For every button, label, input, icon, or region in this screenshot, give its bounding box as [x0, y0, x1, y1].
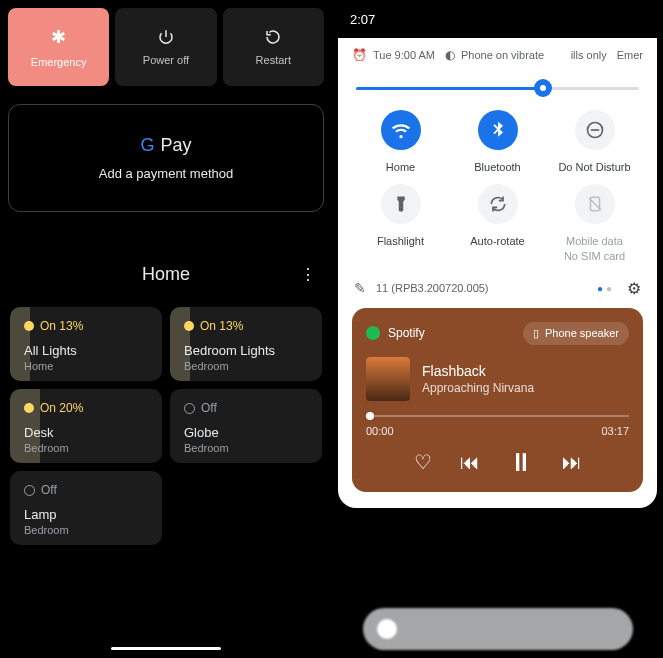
device-grid: On 13% All Lights Home On 13% Bedroom Li… — [8, 307, 324, 545]
progress-track — [366, 415, 629, 417]
edit-icon[interactable]: ✎ — [354, 280, 366, 296]
pause-button[interactable]: ⏸ — [508, 447, 534, 478]
restart-icon — [264, 28, 282, 46]
qs-footer: ✎ 11 (RPB3.200720.005) ●● ⚙ — [352, 279, 643, 298]
device-room: Home — [24, 360, 148, 372]
device-tile[interactable]: Off Lamp Bedroom — [10, 471, 162, 545]
qs-header: ⏰ Tue 9:00 AM ◐ Phone on vibrate ills on… — [352, 48, 643, 62]
status-time: 2:07 — [350, 12, 375, 27]
alarm-icon: ⏰ — [352, 48, 367, 62]
rotate-icon — [478, 184, 518, 224]
device-name: Globe — [184, 425, 308, 440]
track-title: Flashback — [422, 363, 534, 379]
media-app[interactable]: Spotify — [366, 326, 425, 340]
qs-tile-label: Home — [386, 160, 415, 174]
device-tile[interactable]: Off Globe Bedroom — [170, 389, 322, 463]
track-artist: Approaching Nirvana — [422, 381, 534, 395]
emergency-button[interactable]: ✱ Emergency — [8, 8, 109, 86]
qs-tile-label: Mobile dataNo SIM card — [564, 234, 625, 263]
nosim-icon — [575, 184, 615, 224]
dnd-icon — [575, 110, 615, 150]
device-tile[interactable]: On 13% Bedroom Lights Bedroom — [170, 307, 322, 381]
bulb-icon — [24, 485, 35, 496]
build-text: 11 (RPB3.200720.005) — [376, 282, 597, 294]
gpay-logo: G Pay — [140, 135, 191, 156]
device-room: Bedroom — [184, 360, 308, 372]
device-name: All Lights — [24, 343, 148, 358]
device-room: Bedroom — [24, 524, 148, 536]
prev-button[interactable]: ⏮ — [460, 451, 480, 474]
nav-handle[interactable] — [111, 647, 221, 650]
duration-time: 03:17 — [601, 425, 629, 437]
bulb-icon — [24, 321, 34, 331]
emergency-label: Emergency — [31, 56, 87, 68]
signal-text: ills only — [571, 49, 607, 61]
qs-tile[interactable]: Bluetooth — [449, 110, 546, 174]
qs-tile[interactable]: Home — [352, 110, 449, 174]
media-output-chip[interactable]: ▯ Phone speaker — [523, 322, 629, 345]
bulb-icon — [24, 403, 34, 413]
bulb-icon — [184, 321, 194, 331]
qs-shade: ⏰ Tue 9:00 AM ◐ Phone on vibrate ills on… — [338, 38, 657, 508]
media-app-name: Spotify — [388, 326, 425, 340]
qs-tile[interactable]: Mobile dataNo SIM card — [546, 184, 643, 263]
home-background — [338, 578, 657, 658]
page-dots[interactable]: ●● — [597, 283, 615, 294]
ringer-mode-text: Phone on vibrate — [461, 49, 544, 61]
media-card: Spotify ▯ Phone speaker Flashback Approa… — [352, 308, 643, 492]
media-output-text: Phone speaker — [545, 327, 619, 339]
qs-tiles-grid: Home Bluetooth Do Not Disturb Flashlight… — [352, 110, 643, 263]
gpay-cta: Add a payment method — [99, 166, 233, 181]
flashlight-icon — [381, 184, 421, 224]
spotify-icon — [366, 326, 380, 340]
qs-tile[interactable]: Do Not Disturb — [546, 110, 643, 174]
device-name: Lamp — [24, 507, 148, 522]
next-button[interactable]: ⏭ — [562, 451, 582, 474]
restart-button[interactable]: Restart — [223, 8, 324, 86]
qs-tile-label: Bluetooth — [474, 160, 520, 174]
qs-tile-label: Auto-rotate — [470, 234, 524, 248]
qs-tile[interactable]: Auto-rotate — [449, 184, 546, 263]
quick-settings-panel: 2:07 ⏰ Tue 9:00 AM ◐ Phone on vibrate il… — [332, 0, 663, 658]
device-name: Bedroom Lights — [184, 343, 308, 358]
brightness-thumb[interactable] — [534, 79, 552, 97]
power-off-label: Power off — [143, 54, 189, 66]
gpay-brand-text: Pay — [160, 135, 191, 156]
bulb-icon — [184, 403, 195, 414]
device-room: Bedroom — [184, 442, 308, 454]
emergency-icon: ✱ — [51, 26, 66, 48]
device-status: Off — [201, 401, 217, 415]
vibrate-icon: ◐ — [445, 48, 455, 62]
device-tile[interactable]: On 13% All Lights Home — [10, 307, 162, 381]
status-bar: 2:07 — [338, 0, 657, 38]
device-tile[interactable]: On 20% Desk Bedroom — [10, 389, 162, 463]
home-header: Home ⋮ — [8, 264, 324, 285]
carrier-text: Emer — [617, 49, 643, 61]
device-name: Desk — [24, 425, 148, 440]
progress-thumb[interactable] — [366, 412, 374, 420]
device-room: Bedroom — [24, 442, 148, 454]
power-menu-panel: ✱ Emergency Power off Restart G Pay Add … — [0, 0, 332, 658]
power-icon — [157, 28, 175, 46]
progress-slider[interactable] — [366, 415, 629, 419]
restart-label: Restart — [256, 54, 291, 66]
gpay-card[interactable]: G Pay Add a payment method — [8, 104, 324, 212]
home-title: Home — [142, 264, 190, 285]
search-pill[interactable] — [363, 608, 633, 650]
album-art — [366, 357, 410, 401]
device-status: On 20% — [40, 401, 83, 415]
elapsed-time: 00:00 — [366, 425, 394, 437]
qs-tile[interactable]: Flashlight — [352, 184, 449, 263]
wifi-icon — [381, 110, 421, 150]
qs-tile-label: Flashlight — [377, 234, 424, 248]
bluetooth-icon — [478, 110, 518, 150]
like-button[interactable]: ♡ — [414, 450, 432, 474]
settings-icon[interactable]: ⚙ — [627, 279, 641, 298]
google-icon — [377, 619, 397, 639]
power-off-button[interactable]: Power off — [115, 8, 216, 86]
brightness-slider[interactable] — [356, 78, 639, 98]
device-status: On 13% — [40, 319, 83, 333]
home-more-icon[interactable]: ⋮ — [300, 265, 316, 284]
device-status: Off — [41, 483, 57, 497]
brightness-fill — [356, 87, 543, 90]
